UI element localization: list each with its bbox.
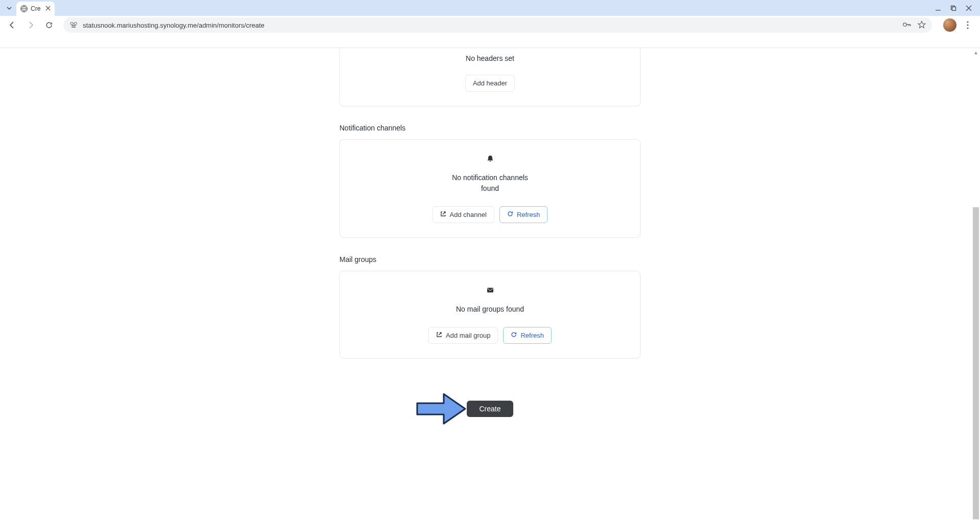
notification-channels-label: Notification channels bbox=[339, 124, 641, 132]
refresh-icon bbox=[507, 211, 513, 218]
site-settings-icon[interactable] bbox=[70, 21, 78, 29]
mail-empty-text: No mail groups found bbox=[350, 304, 630, 315]
external-link-icon bbox=[440, 211, 446, 218]
notification-channels-card: No notification channels found Add chann… bbox=[339, 139, 641, 238]
mail-groups-card: No mail groups found Add mail group Refr… bbox=[339, 271, 641, 359]
page-content: No headers set Add header Notification c… bbox=[0, 48, 980, 417]
svg-point-8 bbox=[967, 27, 968, 29]
tab-search-dropdown[interactable] bbox=[4, 3, 14, 13]
svg-rect-4 bbox=[74, 23, 77, 25]
add-mail-group-button[interactable]: Add mail group bbox=[428, 327, 498, 344]
forward-button[interactable] bbox=[24, 18, 38, 32]
mail-icon bbox=[486, 286, 495, 295]
minimize-icon[interactable] bbox=[935, 5, 941, 11]
add-channel-label: Add channel bbox=[450, 211, 487, 218]
globe-icon bbox=[20, 5, 28, 12]
vertical-scrollbar[interactable]: ▲ bbox=[972, 49, 980, 526]
external-link-icon bbox=[436, 332, 442, 339]
reload-button[interactable] bbox=[42, 18, 56, 32]
browser-tab[interactable]: Cre bbox=[16, 2, 55, 16]
window-controls bbox=[935, 5, 976, 11]
svg-rect-3 bbox=[71, 23, 73, 25]
browser-menu-icon[interactable] bbox=[961, 21, 975, 29]
maximize-icon[interactable] bbox=[950, 5, 956, 11]
tab-title: Cre bbox=[31, 5, 40, 12]
close-tab-icon[interactable] bbox=[45, 5, 51, 12]
create-button[interactable]: Create bbox=[467, 401, 513, 417]
add-header-label: Add header bbox=[473, 79, 507, 87]
headers-card: No headers set Add header bbox=[339, 48, 641, 106]
browser-tab-bar: Cre bbox=[0, 0, 980, 16]
svg-rect-9 bbox=[487, 288, 493, 293]
close-window-icon[interactable] bbox=[966, 5, 972, 11]
refresh-icon bbox=[511, 332, 517, 339]
scroll-thumb[interactable] bbox=[973, 207, 979, 519]
address-bar[interactable]: statusnook.mariushosting.synology.me/adm… bbox=[63, 17, 932, 33]
svg-point-7 bbox=[967, 24, 968, 26]
svg-point-5 bbox=[903, 23, 906, 26]
password-key-icon[interactable] bbox=[902, 21, 911, 30]
svg-rect-2 bbox=[952, 7, 956, 10]
bookmark-star-icon[interactable] bbox=[918, 20, 926, 30]
scroll-up-icon[interactable]: ▲ bbox=[972, 49, 980, 57]
refresh-mail-groups-button[interactable]: Refresh bbox=[503, 327, 552, 344]
refresh-mail-groups-label: Refresh bbox=[520, 332, 544, 339]
arrow-annotation-icon bbox=[416, 391, 467, 427]
refresh-channels-label: Refresh bbox=[517, 211, 540, 218]
notification-empty-text: No notification channels found bbox=[444, 172, 536, 194]
profile-avatar[interactable] bbox=[943, 18, 956, 32]
mail-groups-label: Mail groups bbox=[339, 255, 641, 264]
add-header-button[interactable]: Add header bbox=[465, 75, 515, 92]
add-mail-group-label: Add mail group bbox=[446, 332, 490, 339]
create-button-label: Create bbox=[479, 405, 500, 413]
refresh-channels-button[interactable]: Refresh bbox=[499, 206, 548, 223]
create-row: Create bbox=[339, 401, 641, 417]
headers-empty-text: No headers set bbox=[350, 48, 630, 62]
url-text: statusnook.mariushosting.synology.me/adm… bbox=[83, 21, 897, 29]
bell-icon bbox=[486, 154, 495, 163]
browser-toolbar: statusnook.mariushosting.synology.me/adm… bbox=[0, 16, 980, 34]
back-button[interactable] bbox=[5, 18, 19, 32]
svg-point-6 bbox=[967, 21, 968, 23]
add-channel-button[interactable]: Add channel bbox=[432, 206, 494, 223]
